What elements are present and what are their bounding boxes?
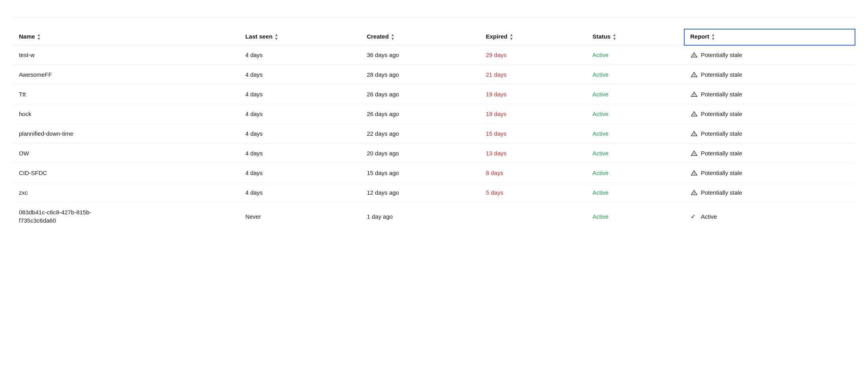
cell-last-seen: 4 days bbox=[239, 124, 360, 144]
name-value: zxc bbox=[19, 189, 28, 196]
warning-icon bbox=[691, 170, 698, 177]
cell-created: 1 day ago bbox=[360, 203, 480, 230]
cell-status: Active bbox=[586, 163, 684, 183]
report-label: Potentially stale bbox=[701, 170, 742, 176]
cell-name: test-w bbox=[13, 45, 239, 65]
report-label: Potentially stale bbox=[701, 71, 742, 78]
report-label: Active bbox=[701, 213, 717, 220]
cell-name: CID-SFDC bbox=[13, 163, 239, 183]
cell-report: Potentially stale bbox=[684, 183, 855, 203]
warning-icon bbox=[691, 130, 698, 137]
th-label-name: Name bbox=[19, 33, 35, 40]
cell-last-seen: 4 days bbox=[239, 163, 360, 183]
main-table: Name▲▼Last seen▲▼Created▲▼Expired▲▼Statu… bbox=[13, 29, 855, 230]
report-stale: Potentially stale bbox=[691, 130, 849, 137]
svg-point-13 bbox=[694, 174, 694, 175]
name-value: AwesomeFF bbox=[19, 71, 52, 78]
cell-report: Potentially stale bbox=[684, 65, 855, 85]
report-stale: Potentially stale bbox=[691, 91, 849, 98]
cell-name: 083db41c-c6c8-427b-815b- f735c3c6da60 bbox=[13, 203, 239, 230]
cell-created: 12 days ago bbox=[360, 183, 480, 203]
report-label: Potentially stale bbox=[701, 111, 742, 117]
cell-last-seen: Never bbox=[239, 203, 360, 230]
cell-status: Active bbox=[586, 203, 684, 230]
table-row: OW4 days20 days ago13 daysActive Potenti… bbox=[13, 144, 855, 163]
cell-last-seen: 4 days bbox=[239, 104, 360, 124]
sort-icon-report[interactable]: ▲▼ bbox=[711, 33, 715, 41]
cell-expired: 29 days bbox=[480, 45, 586, 65]
sort-icon-expired[interactable]: ▲▼ bbox=[510, 33, 513, 41]
cell-report: Potentially stale bbox=[684, 45, 855, 65]
cell-report: Potentially stale bbox=[684, 104, 855, 124]
cell-last-seen: 4 days bbox=[239, 45, 360, 65]
report-stale: Potentially stale bbox=[691, 71, 849, 78]
th-last_seen[interactable]: Last seen▲▼ bbox=[239, 29, 360, 45]
svg-point-3 bbox=[694, 76, 694, 76]
cell-name: zxc bbox=[13, 183, 239, 203]
table-row: Ttt4 days26 days ago19 daysActive Potent… bbox=[13, 85, 855, 104]
cell-status: Active bbox=[586, 45, 684, 65]
table-row: CID-SFDC4 days15 days ago8 daysActive Po… bbox=[13, 163, 855, 183]
cell-status: Active bbox=[586, 85, 684, 104]
sort-icon-created[interactable]: ▲▼ bbox=[391, 33, 395, 41]
check-icon: ✓ bbox=[691, 213, 698, 220]
report-stale: Potentially stale bbox=[691, 150, 849, 157]
cell-created: 26 days ago bbox=[360, 104, 480, 124]
name-value: CID-SFDC bbox=[19, 170, 47, 176]
name-value: Ttt bbox=[19, 91, 26, 98]
svg-point-5 bbox=[694, 96, 694, 96]
cell-report: Potentially stale bbox=[684, 144, 855, 163]
warning-icon bbox=[691, 91, 698, 98]
th-label-created: Created bbox=[367, 33, 389, 40]
name-value: OW bbox=[19, 150, 29, 157]
cell-expired: 8 days bbox=[480, 163, 586, 183]
cell-expired: 5 days bbox=[480, 183, 586, 203]
table-row: hock4 days26 days ago19 daysActive Poten… bbox=[13, 104, 855, 124]
cell-status: Active bbox=[586, 104, 684, 124]
cell-report: ✓Active bbox=[684, 203, 855, 230]
th-status[interactable]: Status▲▼ bbox=[586, 29, 684, 45]
th-created[interactable]: Created▲▼ bbox=[360, 29, 480, 45]
report-active: ✓Active bbox=[691, 213, 849, 220]
cell-created: 36 days ago bbox=[360, 45, 480, 65]
report-label: Potentially stale bbox=[701, 91, 742, 98]
svg-point-9 bbox=[694, 135, 694, 135]
table-row: 083db41c-c6c8-427b-815b- f735c3c6da60Nev… bbox=[13, 203, 855, 230]
cell-created: 22 days ago bbox=[360, 124, 480, 144]
svg-point-11 bbox=[694, 155, 694, 155]
cell-expired bbox=[480, 203, 586, 230]
svg-point-15 bbox=[694, 194, 694, 194]
cell-status: Active bbox=[586, 183, 684, 203]
cell-created: 26 days ago bbox=[360, 85, 480, 104]
cell-expired: 19 days bbox=[480, 85, 586, 104]
th-expired[interactable]: Expired▲▼ bbox=[480, 29, 586, 45]
cell-name: Ttt bbox=[13, 85, 239, 104]
page-title bbox=[13, 9, 855, 18]
cell-name: hock bbox=[13, 104, 239, 124]
sort-icon-last_seen[interactable]: ▲▼ bbox=[275, 33, 279, 41]
cell-report: Potentially stale bbox=[684, 85, 855, 104]
sort-icon-name[interactable]: ▲▼ bbox=[37, 33, 41, 41]
report-label: Potentially stale bbox=[701, 189, 742, 196]
sort-icon-status[interactable]: ▲▼ bbox=[613, 33, 617, 41]
th-name[interactable]: Name▲▼ bbox=[13, 29, 239, 45]
warning-icon bbox=[691, 111, 698, 118]
th-label-last_seen: Last seen bbox=[245, 33, 272, 40]
th-report[interactable]: Report▲▼ bbox=[684, 29, 855, 45]
warning-icon bbox=[691, 52, 698, 59]
table-row: test-w4 days36 days ago29 daysActive Pot… bbox=[13, 45, 855, 65]
cell-expired: 15 days bbox=[480, 124, 586, 144]
cell-name: AwesomeFF bbox=[13, 65, 239, 85]
th-label-expired: Expired bbox=[486, 33, 508, 40]
warning-icon bbox=[691, 150, 698, 157]
cell-last-seen: 4 days bbox=[239, 85, 360, 104]
cell-expired: 13 days bbox=[480, 144, 586, 163]
svg-point-1 bbox=[694, 56, 694, 57]
table-row: AwesomeFF4 days28 days ago21 daysActive … bbox=[13, 65, 855, 85]
cell-name: OW bbox=[13, 144, 239, 163]
name-value: plannified-down-time bbox=[19, 130, 73, 137]
report-stale: Potentially stale bbox=[691, 189, 849, 196]
cell-name: plannified-down-time bbox=[13, 124, 239, 144]
cell-created: 20 days ago bbox=[360, 144, 480, 163]
table-row: plannified-down-time4 days22 days ago15 … bbox=[13, 124, 855, 144]
